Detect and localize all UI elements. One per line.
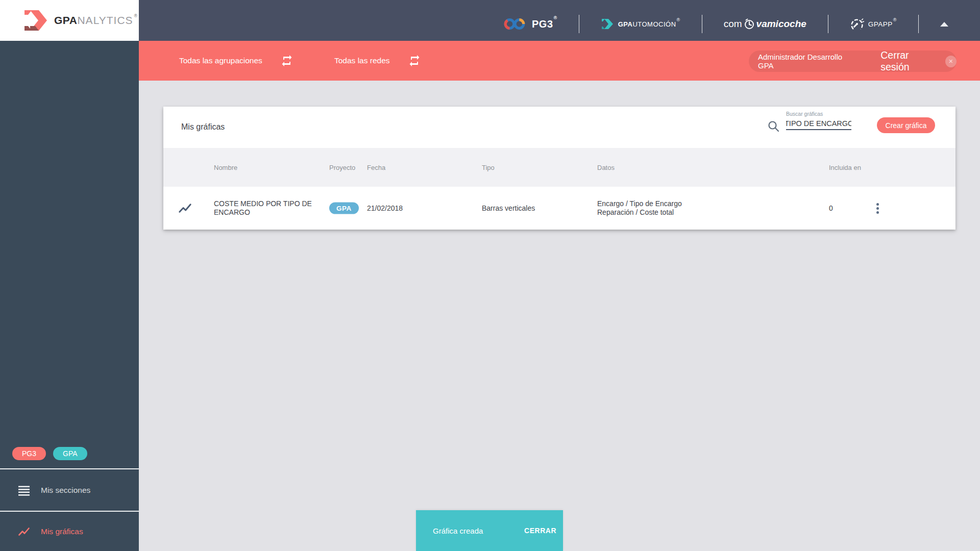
header-divider xyxy=(918,15,919,33)
cell-datos-line2: Reparación / Coste total xyxy=(597,208,682,217)
brand-reg-mark: ® xyxy=(134,13,138,18)
line-chart-icon xyxy=(178,202,192,215)
search-field-label: Buscar gráficas xyxy=(786,111,851,117)
session-pill: Administrador Desarrollo GPA Cerrar sesi… xyxy=(749,51,957,72)
sidebar: PG3 GPA Mis secciones Mis gráficas xyxy=(0,0,139,551)
cell-tipo: Barras verticales xyxy=(482,204,535,212)
column-header-fecha: Fecha xyxy=(367,164,385,171)
hamburger-icon xyxy=(18,484,30,496)
column-header-proyecto: Proyecto xyxy=(329,164,355,171)
gpautomocion-logo[interactable]: GPAUTOMOCIÓN® xyxy=(601,17,680,31)
brand-logo[interactable]: GPA NALYTICS ® xyxy=(0,0,139,41)
proyecto-gpa-badge: GPA xyxy=(329,203,359,214)
brand-logo-text: GPA NALYTICS ® xyxy=(54,14,138,27)
column-header-datos: Datos xyxy=(597,164,615,171)
toast-snackbar: Gráfica creada CERRAR xyxy=(416,510,563,551)
sidebar-item-mis-graficas[interactable]: Mis gráficas xyxy=(0,512,139,551)
column-header-incluida-en: Incluida en xyxy=(829,164,861,171)
filter-agrupaciones-label: Todas las agrupaciones xyxy=(179,56,262,65)
cell-proyecto: GPA xyxy=(329,203,359,214)
gpautomocion-arrow-icon xyxy=(601,17,614,31)
filter-bar: Todas las agrupaciones Todas las redes A… xyxy=(139,41,980,81)
search-input-value: TIPO DE ENCARGO xyxy=(786,119,851,128)
toast-close-button[interactable]: CERRAR xyxy=(524,527,556,535)
pg3-logo-text: PG3® xyxy=(532,18,557,30)
table-header: Nombre Proyecto Fecha Tipo Datos Incluid… xyxy=(163,148,955,187)
brand-text-light: NALYTICS xyxy=(77,14,133,27)
cell-fecha: 21/02/2018 xyxy=(367,204,403,212)
compravamicoche-text-post: vamicoche xyxy=(756,18,806,30)
pg3-logo[interactable]: PG3® xyxy=(503,17,557,31)
pg3-infinity-icon xyxy=(503,17,527,31)
gpautomocion-logo-text: GPAUTOMOCIÓN® xyxy=(618,20,680,28)
session-user-label: Administrador Desarrollo GPA xyxy=(758,53,856,70)
top-header: PG3® GPAUTOMOCIÓN® com vamicoche xyxy=(139,0,980,41)
create-chart-button[interactable]: Crear gráfica xyxy=(877,117,935,133)
brand-text-bold: GPA xyxy=(54,14,77,27)
header-divider xyxy=(702,15,702,33)
collapse-header-arrow-icon[interactable] xyxy=(940,22,948,27)
column-header-nombre: Nombre xyxy=(214,164,237,171)
gpapp-gauge-icon xyxy=(850,17,864,31)
toast-message: Gráfica creada xyxy=(433,527,483,535)
search-input-underline xyxy=(786,129,851,130)
gpapp-logo[interactable]: GPAPP® xyxy=(850,17,897,31)
search-icon[interactable] xyxy=(767,120,780,133)
cell-incluida-en: 0 xyxy=(829,204,833,212)
pg3-badge[interactable]: PG3 xyxy=(12,447,46,460)
header-divider xyxy=(579,15,579,33)
gpapp-logo-text: GPAPP® xyxy=(868,20,897,28)
line-chart-icon xyxy=(18,525,30,538)
brand-arrow-icon xyxy=(23,9,48,32)
compravamicoche-logo[interactable]: com vamicoche xyxy=(724,18,806,30)
mis-graficas-card: Mis gráficas Buscar gráficas TIPO DE ENC… xyxy=(163,107,955,230)
stopwatch-icon xyxy=(744,18,755,30)
row-menu-kebab-icon[interactable] xyxy=(873,199,882,217)
sidebar-item-label: Mis secciones xyxy=(41,486,90,495)
table-row[interactable]: COSTE MEDIO POR TIPO DE ENCARGO GPA 21/0… xyxy=(163,187,955,230)
cell-datos-line1: Encargo / Tipo de Encargo xyxy=(597,199,682,208)
swap-icon xyxy=(281,55,293,67)
filter-redes[interactable]: Todas las redes xyxy=(334,41,421,81)
sidebar-badges: PG3 GPA xyxy=(12,447,87,460)
sidebar-item-mis-secciones[interactable]: Mis secciones xyxy=(0,469,139,511)
filter-redes-label: Todas las redes xyxy=(334,56,390,65)
app-window: PG3 GPA Mis secciones Mis gráficas xyxy=(0,0,980,551)
search-input[interactable]: TIPO DE ENCARGO xyxy=(786,119,851,128)
page-title: Mis gráficas xyxy=(181,122,225,132)
gpa-badge[interactable]: GPA xyxy=(53,447,87,460)
filter-agrupaciones[interactable]: Todas las agrupaciones xyxy=(179,41,293,81)
swap-icon xyxy=(408,55,421,67)
compravamicoche-text-pre: com xyxy=(724,18,742,30)
cell-nombre: COSTE MEDIO POR TIPO DE ENCARGO xyxy=(214,199,322,217)
search-field[interactable]: Buscar gráficas TIPO DE ENCARGO xyxy=(786,111,851,130)
cell-datos: Encargo / Tipo de Encargo Reparación / C… xyxy=(597,199,682,217)
header-divider xyxy=(828,15,828,33)
logout-close-icon[interactable]: ✕ xyxy=(945,56,957,67)
column-header-tipo: Tipo xyxy=(482,164,495,171)
logout-button[interactable]: Cerrar sesión xyxy=(880,49,938,73)
sidebar-item-label: Mis gráficas xyxy=(41,527,83,536)
